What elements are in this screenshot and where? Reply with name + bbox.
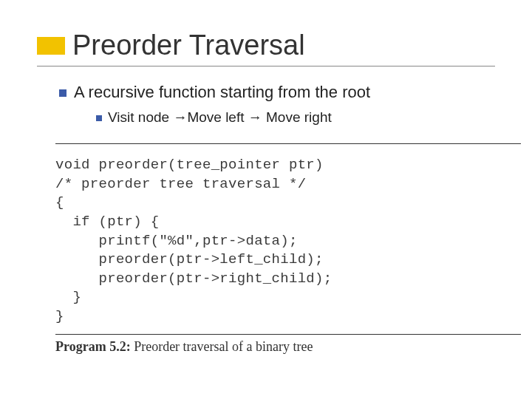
code-text: void preorder(tree_pointer ptr) /* preor… — [55, 156, 495, 327]
divider-line — [55, 143, 521, 144]
bullet1-text: A recursive function starting from the r… — [74, 83, 370, 102]
bullet2-text: Visit node →Move left → Move right — [108, 109, 332, 126]
slide-body: A recursive function starting from the r… — [37, 83, 495, 126]
slide-title: Preorder Traversal — [72, 30, 305, 61]
caption-text: Preorder traversal of a binary tree — [131, 339, 313, 354]
bullet-level1: A recursive function starting from the r… — [59, 83, 495, 102]
arrow-icon: → — [248, 109, 262, 125]
code-block: void preorder(tree_pointer ptr) /* preor… — [55, 143, 495, 355]
caption-label: Program 5.2: — [55, 339, 131, 354]
bullet-level2: Visit node →Move left → Move right — [96, 109, 495, 126]
title-underline — [37, 66, 495, 66]
b2-p1: Visit node — [108, 109, 173, 125]
arrow-icon: → — [173, 109, 187, 125]
b2-p3: Move right — [262, 109, 332, 125]
accent-block — [37, 37, 65, 55]
slide: Preorder Traversal A recursive function … — [0, 0, 532, 377]
code-caption: Program 5.2: Preorder traversal of a bin… — [55, 339, 495, 355]
divider-line — [55, 334, 521, 335]
square-bullet-icon — [96, 115, 102, 121]
square-bullet-icon — [59, 89, 66, 97]
title-row: Preorder Traversal — [37, 30, 495, 61]
b2-p2: Move left — [187, 109, 248, 125]
